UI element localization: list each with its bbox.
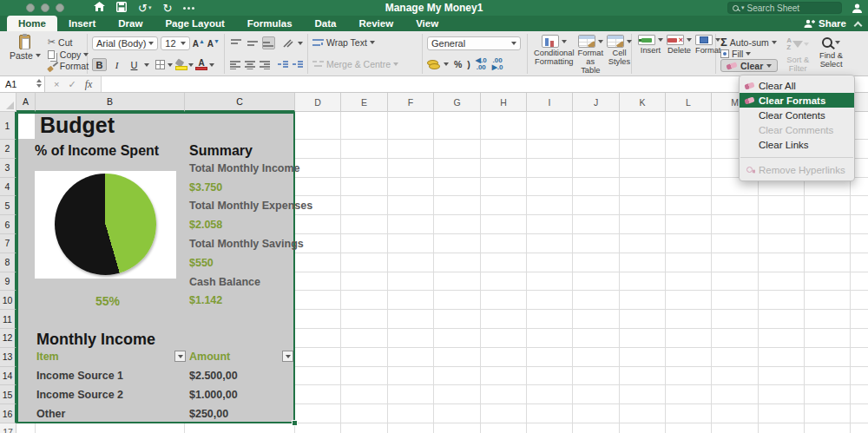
- home-icon[interactable]: [94, 0, 105, 16]
- italic-button[interactable]: I: [109, 58, 124, 71]
- merge-centre-button[interactable]: Merge & Centre: [312, 59, 418, 69]
- row-header[interactable]: 2: [0, 140, 16, 159]
- row-header[interactable]: 15: [0, 385, 16, 404]
- undo-button[interactable]: ↺ ▾: [138, 3, 151, 14]
- find-select-button[interactable]: Find & Select: [818, 35, 845, 73]
- income-row[interactable]: Income Source 1 $2.500,00: [16, 367, 295, 386]
- align-bottom-button[interactable]: [262, 36, 276, 49]
- format-as-table-button[interactable]: Format as Table: [576, 35, 605, 73]
- column-header[interactable]: K: [620, 93, 666, 112]
- column-header[interactable]: C: [185, 93, 295, 112]
- row-header[interactable]: 7: [0, 234, 16, 253]
- menu-item[interactable]: Clear Formats: [740, 93, 854, 108]
- number-format-select[interactable]: General: [427, 36, 521, 50]
- column-header[interactable]: D: [295, 93, 341, 112]
- column-header[interactable]: J: [573, 93, 620, 112]
- accounting-format-icon[interactable]: [427, 60, 438, 69]
- selection-fill-handle[interactable]: [292, 420, 298, 426]
- search-sheet-input[interactable]: ▾ Search Sheet: [727, 2, 842, 14]
- increase-decimal-icon[interactable]: ◀.0.00: [476, 57, 487, 71]
- menu-item[interactable]: Clear Comments: [740, 122, 854, 137]
- menu-item[interactable]: Remove Hyperlinks: [740, 162, 854, 177]
- ribbon-tab[interactable]: Page Layout: [154, 16, 235, 31]
- font-size-select[interactable]: 12: [161, 36, 189, 50]
- format-painter-button[interactable]: Format: [48, 61, 89, 71]
- redo-icon[interactable]: ↻: [162, 3, 172, 14]
- collapse-ribbon-icon[interactable]: [854, 21, 863, 30]
- align-left-button[interactable]: [229, 58, 241, 71]
- align-middle-button[interactable]: [246, 36, 260, 49]
- name-box[interactable]: A1: [0, 76, 45, 92]
- insert-function-icon[interactable]: fx: [85, 78, 93, 91]
- confirm-entry-icon[interactable]: ✓: [68, 79, 76, 90]
- cell-styles-button[interactable]: Cell Styles: [605, 35, 634, 73]
- name-box-stepper[interactable]: [36, 79, 42, 88]
- column-header[interactable]: L: [666, 93, 712, 112]
- select-all-corner[interactable]: [0, 93, 16, 112]
- align-right-button[interactable]: [259, 58, 271, 71]
- decrease-decimal-icon[interactable]: .00▶.0: [492, 57, 503, 71]
- active-cell-a1[interactable]: [18, 114, 35, 139]
- text-orientation-button[interactable]: [281, 36, 295, 49]
- ribbon-tab[interactable]: Data: [304, 16, 348, 31]
- column-header[interactable]: H: [481, 93, 527, 112]
- underline-button[interactable]: U: [127, 58, 141, 71]
- ribbon-tab[interactable]: Review: [348, 16, 405, 31]
- row-header[interactable]: 17: [0, 423, 16, 433]
- ribbon-tab[interactable]: View: [404, 16, 450, 31]
- item-filter-dropdown[interactable]: [174, 351, 186, 362]
- fill-button[interactable]: Fill: [720, 49, 778, 59]
- row-header[interactable]: 13: [0, 348, 16, 367]
- clear-button[interactable]: Clear: [720, 59, 778, 72]
- row-header[interactable]: 1: [0, 112, 16, 140]
- insert-cells-button[interactable]: Insert: [636, 35, 665, 73]
- row-header[interactable]: 12: [0, 329, 16, 348]
- menu-item[interactable]: Clear Links: [740, 137, 854, 152]
- conditional-formatting-button[interactable]: Conditional Formatting: [532, 35, 576, 73]
- column-header[interactable]: E: [341, 93, 388, 112]
- zoom-window-button[interactable]: [56, 3, 64, 12]
- row-header[interactable]: 8: [0, 253, 16, 272]
- ribbon-tab[interactable]: Home: [7, 16, 57, 31]
- row-header[interactable]: 5: [0, 196, 16, 215]
- pie-chart-area[interactable]: [35, 171, 176, 279]
- font-color-icon[interactable]: A: [196, 59, 207, 70]
- fill-color-icon[interactable]: [175, 60, 186, 70]
- column-header[interactable]: A: [16, 93, 36, 112]
- bold-button[interactable]: B: [92, 58, 107, 71]
- row-header[interactable]: 4: [0, 178, 16, 197]
- column-header[interactable]: G: [434, 93, 481, 112]
- percent-style-button[interactable]: %: [454, 59, 462, 69]
- wrap-text-button[interactable]: Wrap Text: [312, 37, 418, 48]
- column-header[interactable]: I: [527, 93, 573, 112]
- autosum-button[interactable]: ΣAuto-sum: [720, 36, 778, 49]
- increase-indent-button[interactable]: [292, 58, 304, 71]
- column-header[interactable]: B: [36, 93, 185, 112]
- close-window-button[interactable]: [26, 3, 35, 12]
- row-header[interactable]: 11: [0, 310, 16, 329]
- save-icon[interactable]: [116, 0, 127, 16]
- amount-filter-dropdown[interactable]: [282, 351, 293, 362]
- row-header[interactable]: 6: [0, 215, 16, 234]
- ribbon-tab[interactable]: Draw: [107, 16, 154, 31]
- column-header[interactable]: F: [388, 93, 434, 112]
- increase-font-size-button[interactable]: A▲: [193, 39, 205, 49]
- ribbon-tab[interactable]: Formulas: [236, 16, 304, 31]
- row-header[interactable]: 14: [0, 367, 16, 386]
- row-header[interactable]: 10: [0, 291, 16, 310]
- ribbon-tab[interactable]: Insert: [57, 16, 107, 31]
- income-row[interactable]: Other $250,00: [16, 404, 295, 423]
- borders-icon[interactable]: [155, 60, 165, 69]
- customize-toolbar-icon[interactable]: [187, 7, 190, 10]
- cut-button[interactable]: ✂Cut: [48, 36, 89, 48]
- copy-button[interactable]: Copy: [48, 49, 89, 60]
- menu-item[interactable]: Clear All: [740, 78, 854, 93]
- decrease-indent-button[interactable]: [277, 58, 289, 71]
- row-header[interactable]: 3: [0, 159, 16, 178]
- decrease-font-size-button[interactable]: A▼: [207, 39, 220, 49]
- delete-cells-button[interactable]: × Delete: [665, 35, 694, 73]
- font-family-select[interactable]: Arial (Body): [92, 36, 158, 50]
- align-center-button[interactable]: [244, 58, 256, 71]
- align-top-button[interactable]: [229, 36, 243, 49]
- income-row[interactable]: Income Source 2 $1.000,00: [16, 385, 295, 404]
